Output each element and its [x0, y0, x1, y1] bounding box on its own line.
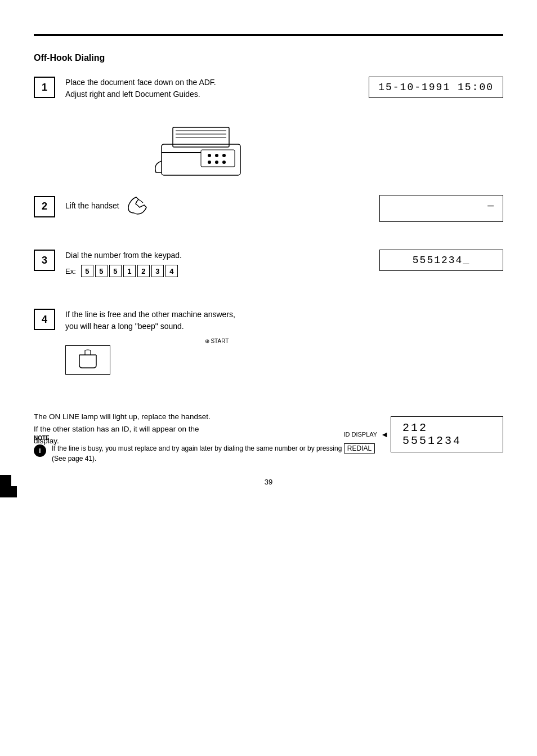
svg-point-11 — [222, 161, 226, 164]
step-2-row: 2 Lift the handset — [34, 195, 503, 234]
paragraph-line1: The ON LINE lamp will light up, replace … — [34, 412, 211, 421]
step-3: 3 Dial the number from the keypad. Ex: 5… — [34, 250, 368, 277]
note-title: NOTE — [34, 435, 503, 441]
step-3-display-area: 5551234_ — [368, 250, 503, 293]
step-1-row: 1 Place the document face down on the AD… — [34, 77, 503, 189]
key-4: 4 — [165, 265, 178, 277]
step-2-left: 2 Lift the handset — [34, 195, 368, 234]
handset-icon — [126, 195, 151, 218]
step-4-left: 4 If the line is free and the other mach… — [34, 309, 368, 390]
svg-point-9 — [208, 161, 211, 164]
step-1-text-line2: Adjust right and left Document Guides. — [65, 88, 368, 100]
step-4-display-area — [368, 309, 503, 390]
start-button-area: ⊕ START — [65, 338, 368, 375]
step-2-display-area: — — [368, 195, 503, 234]
fax-machine-illustration — [34, 116, 368, 178]
step-2: 2 Lift the handset — [34, 195, 368, 218]
step-4-text-line2: you will hear a long "beep" sound. — [65, 321, 368, 332]
note-icon: i — [34, 444, 46, 457]
svg-point-8 — [222, 154, 226, 157]
step-1-text-line1: Place the document face down on the ADF. — [65, 77, 368, 88]
note-text-after: (See page 41). — [52, 455, 96, 463]
top-border — [34, 34, 503, 36]
note-text-before: If the line is busy, you must replace an… — [52, 444, 342, 452]
step-2-number: 2 — [34, 196, 55, 217]
corner-decoration — [0, 475, 28, 497]
start-btn-label: ⊕ START — [65, 338, 368, 344]
step-1: 1 Place the document face down on the AD… — [34, 77, 368, 100]
page-number: 39 — [0, 478, 537, 486]
svg-point-6 — [208, 154, 211, 157]
redial-label: REDIAL — [344, 443, 375, 453]
step-2-display-dash: — — [487, 200, 494, 211]
step-1-display-area: 15-10-1991 15:00 — [368, 77, 503, 189]
step-3-text: Dial the number from the keypad. — [65, 250, 368, 261]
step-2-text-label: Lift the handset — [65, 201, 119, 210]
step-1-display: 15-10-1991 15:00 — [369, 77, 503, 98]
key-3: 3 — [151, 265, 164, 277]
key-5b: 5 — [95, 265, 108, 277]
svg-rect-5 — [201, 150, 235, 167]
paragraph-line2: If the other station has an ID, it will … — [34, 425, 199, 433]
step-2-content: Lift the handset — [65, 195, 368, 218]
note-text: If the line is busy, you must replace an… — [52, 443, 375, 464]
step-3-number: 3 — [34, 250, 55, 271]
step-4-number: 4 — [34, 309, 55, 330]
step-1-left: 1 Place the document face down on the AD… — [34, 77, 368, 189]
hand-press-icon — [74, 349, 102, 369]
step-3-row: 3 Dial the number from the keypad. Ex: 5… — [34, 250, 503, 293]
step-4-row: 4 If the line is free and the other mach… — [34, 309, 503, 390]
note-section: NOTE i If the line is busy, you must rep… — [34, 435, 503, 464]
svg-rect-14 — [0, 475, 11, 486]
example-label: Ex: — [65, 267, 76, 275]
section-title: Off-Hook Dialing — [34, 53, 503, 63]
svg-point-7 — [215, 154, 218, 157]
start-button-box — [65, 345, 110, 375]
step-4-text-line1: If the line is free and the other machin… — [65, 309, 368, 321]
step-3-left: 3 Dial the number from the keypad. Ex: 5… — [34, 250, 368, 293]
key-5c: 5 — [109, 265, 122, 277]
step-1-content: Place the document face down on the ADF.… — [65, 77, 368, 100]
svg-point-10 — [215, 161, 218, 164]
step-4: 4 If the line is free and the other mach… — [34, 309, 368, 375]
key-5a: 5 — [81, 265, 93, 277]
step-2-display: — — [379, 195, 503, 222]
step-3-content: Dial the number from the keypad. Ex: 5 5… — [65, 250, 368, 277]
key-1: 1 — [123, 265, 136, 277]
note-content: i If the line is busy, you must replace … — [34, 443, 503, 464]
svg-rect-13 — [0, 486, 17, 497]
step-1-number: 1 — [34, 77, 55, 98]
key-2: 2 — [137, 265, 150, 277]
step-2-text: Lift the handset — [65, 195, 368, 218]
keypad-example: Ex: 5 5 5 1 2 3 4 — [65, 265, 368, 277]
step-3-display: 5551234_ — [379, 250, 503, 271]
step-4-content: If the line is free and the other machin… — [65, 309, 368, 375]
